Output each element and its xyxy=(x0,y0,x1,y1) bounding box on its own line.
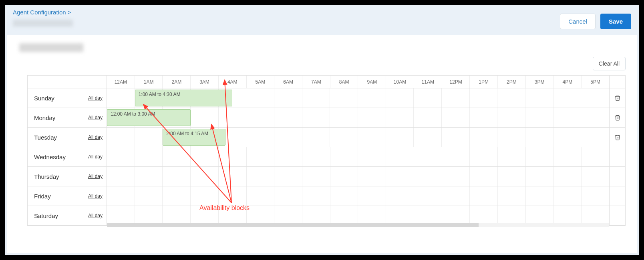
timeline-cell[interactable] xyxy=(274,147,302,166)
timeline-cell[interactable] xyxy=(302,108,330,127)
timeline-cell[interactable] xyxy=(135,206,163,225)
timeline-cell[interactable] xyxy=(470,206,498,225)
all-day-link[interactable]: All day xyxy=(88,134,103,140)
timeline-cell[interactable] xyxy=(414,206,442,225)
timeline-cell[interactable] xyxy=(386,167,414,186)
all-day-link[interactable]: All day xyxy=(88,115,103,120)
availability-block[interactable]: 1:00 AM to 4:30 AM xyxy=(135,90,233,106)
timeline-cell[interactable] xyxy=(191,167,219,186)
all-day-link[interactable]: All day xyxy=(88,95,103,101)
timeline-cell[interactable] xyxy=(386,147,414,166)
all-day-link[interactable]: All day xyxy=(88,174,103,179)
timeline-cell[interactable] xyxy=(581,88,609,108)
timeline-cell[interactable] xyxy=(358,128,386,147)
timeline-cell[interactable] xyxy=(526,147,554,166)
trash-icon[interactable] xyxy=(614,114,621,121)
timeline-cell[interactable] xyxy=(330,186,358,206)
timeline-cell[interactable] xyxy=(442,167,470,186)
row-timeline[interactable]: 12:00 AM to 3:00 AM xyxy=(107,108,609,128)
timeline-cell[interactable] xyxy=(414,88,442,108)
all-day-link[interactable]: All day xyxy=(88,154,103,160)
timeline-cell[interactable] xyxy=(442,108,470,127)
timeline-cell[interactable] xyxy=(107,147,135,166)
timeline-cell[interactable] xyxy=(470,186,498,206)
timeline-cell[interactable] xyxy=(135,186,163,206)
timeline-cell[interactable] xyxy=(386,88,414,108)
timeline-cell[interactable] xyxy=(414,186,442,206)
timeline-cell[interactable] xyxy=(191,108,219,127)
breadcrumb[interactable]: Agent Configuration > xyxy=(13,9,71,16)
all-day-link[interactable]: All day xyxy=(88,193,103,199)
timeline-cell[interactable] xyxy=(497,88,525,108)
timeline-cell[interactable] xyxy=(386,108,414,127)
timeline-cell[interactable] xyxy=(526,167,554,186)
timeline-cell[interactable] xyxy=(274,88,302,108)
timeline-cell[interactable] xyxy=(554,147,582,166)
timeline-cell[interactable] xyxy=(498,186,526,206)
timeline-cell[interactable] xyxy=(246,128,274,147)
timeline-cell[interactable] xyxy=(219,108,247,127)
timeline-cell[interactable] xyxy=(163,206,191,225)
timeline-cell[interactable] xyxy=(219,167,247,186)
timeline-cell[interactable] xyxy=(191,147,219,166)
timeline-cell[interactable] xyxy=(498,147,526,166)
timeline-cell[interactable] xyxy=(414,128,442,147)
timeline-cell[interactable] xyxy=(219,186,247,206)
timeline-cell[interactable] xyxy=(274,108,302,127)
timeline-cell[interactable] xyxy=(274,186,302,206)
timeline-cell[interactable] xyxy=(582,147,609,166)
timeline-cell[interactable] xyxy=(553,88,582,108)
scrollbar-thumb[interactable] xyxy=(107,223,479,227)
timeline-cell[interactable] xyxy=(358,147,386,166)
timeline-cell[interactable] xyxy=(582,167,609,186)
timeline-cell[interactable] xyxy=(386,206,414,225)
timeline-cell[interactable] xyxy=(163,186,191,206)
timeline-cell[interactable] xyxy=(525,128,553,147)
all-day-link[interactable]: All day xyxy=(88,213,103,218)
timeline-cell[interactable] xyxy=(330,108,358,127)
cancel-button[interactable]: Cancel xyxy=(560,14,596,29)
timeline-cell[interactable] xyxy=(414,147,442,166)
timeline-cell[interactable] xyxy=(414,108,442,127)
timeline-cell[interactable] xyxy=(470,147,498,166)
timeline-cell[interactable] xyxy=(191,206,219,225)
trash-icon[interactable] xyxy=(614,95,621,101)
timeline-cell[interactable] xyxy=(554,186,582,206)
timeline-cell[interactable] xyxy=(135,147,163,166)
timeline-cell[interactable] xyxy=(302,147,330,166)
timeline-cell[interactable] xyxy=(163,147,191,166)
timeline-cell[interactable] xyxy=(330,128,358,147)
timeline-cell[interactable] xyxy=(246,88,274,108)
timeline-cell[interactable] xyxy=(386,186,414,206)
timeline-cell[interactable] xyxy=(330,206,358,225)
timeline-cell[interactable] xyxy=(302,128,330,147)
timeline-cell[interactable] xyxy=(274,167,302,186)
trash-icon[interactable] xyxy=(614,134,621,140)
timeline-cell[interactable] xyxy=(470,108,498,127)
timeline-cell[interactable] xyxy=(163,167,191,186)
timeline-cell[interactable] xyxy=(526,206,554,225)
timeline-cell[interactable] xyxy=(330,147,358,166)
timeline-cell[interactable] xyxy=(219,147,247,166)
timeline-cell[interactable] xyxy=(302,186,330,206)
timeline-cell[interactable] xyxy=(553,108,582,127)
timeline-cell[interactable] xyxy=(330,167,358,186)
timeline-cell[interactable] xyxy=(247,206,275,225)
save-button[interactable]: Save xyxy=(600,14,631,29)
timeline-cell[interactable] xyxy=(497,108,525,127)
timeline-cell[interactable] xyxy=(358,186,386,206)
timeline-cell[interactable] xyxy=(470,167,498,186)
timeline-cell[interactable] xyxy=(525,88,553,108)
availability-block[interactable]: 2:00 AM to 4:15 AM xyxy=(163,129,225,146)
timeline-cell[interactable] xyxy=(497,128,525,147)
row-timeline[interactable]: 1:00 AM to 4:30 AM xyxy=(107,88,609,108)
availability-block[interactable]: 12:00 AM to 3:00 AM xyxy=(107,109,191,126)
timeline-cell[interactable] xyxy=(553,128,582,147)
timeline-cell[interactable] xyxy=(302,167,330,186)
timeline-cell[interactable] xyxy=(526,186,554,206)
timeline-cell[interactable] xyxy=(414,167,442,186)
timeline-cell[interactable] xyxy=(358,206,386,225)
timeline-cell[interactable] xyxy=(442,128,470,147)
timeline-cell[interactable] xyxy=(442,147,470,166)
timeline-cell[interactable] xyxy=(274,206,302,225)
